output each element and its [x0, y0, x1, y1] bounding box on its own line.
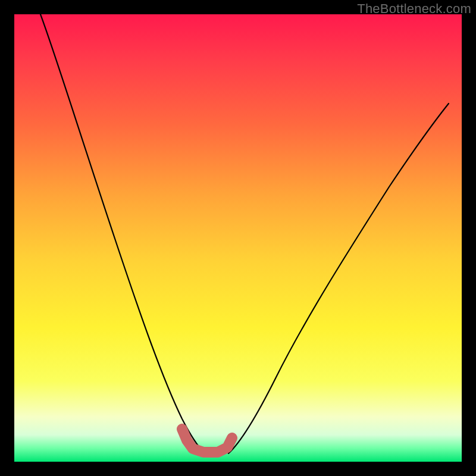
- curve-left: [40, 14, 205, 453]
- curve-right: [228, 104, 449, 453]
- chart-frame: [14, 14, 462, 462]
- watermark-text: TheBottleneck.com: [357, 1, 471, 17]
- chart-svg: [14, 14, 462, 462]
